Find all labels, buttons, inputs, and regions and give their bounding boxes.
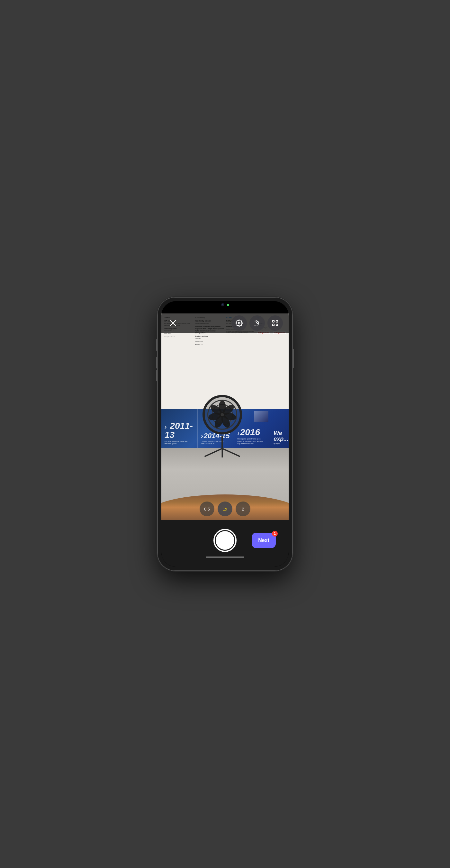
svg-rect-20 xyxy=(272,320,275,322)
year-label-partial: We exp... xyxy=(274,430,285,442)
translate-button[interactable]: A xyxy=(250,315,265,331)
year-section-partial: We exp... by openi... xyxy=(270,409,289,448)
close-icon xyxy=(169,319,176,327)
capture-row: Next 1 xyxy=(161,527,289,554)
settings-button[interactable] xyxy=(231,315,247,331)
home-indicator xyxy=(206,557,244,558)
translate-icon: A xyxy=(254,319,261,327)
year-desc-partial: by openi... xyxy=(274,443,285,445)
scan-button[interactable] xyxy=(267,315,283,331)
shutter-inner xyxy=(216,531,234,550)
front-camera-icon xyxy=(221,303,224,306)
svg-point-18 xyxy=(238,322,240,324)
fan-svg xyxy=(195,394,250,458)
svg-point-24 xyxy=(277,325,278,326)
year-label-2011: › 2011-13 xyxy=(165,422,194,439)
year-desc-2011: Our first Townsville office and the team… xyxy=(165,440,190,445)
shutter-button[interactable] xyxy=(214,529,236,552)
close-button[interactable] xyxy=(167,317,179,329)
svg-line-1 xyxy=(205,448,222,457)
zoom-controls: 0.5 1x 2 xyxy=(200,501,250,516)
camera-app: iAuditor iSA launch The iAuditor app is … xyxy=(161,313,289,567)
year-photo-2016 xyxy=(254,411,268,422)
svg-line-2 xyxy=(222,448,240,457)
phone-frame: iAuditor iSA launch The iAuditor app is … xyxy=(158,298,292,570)
notch-area xyxy=(161,301,289,313)
svg-point-15 xyxy=(221,413,224,416)
notch xyxy=(204,301,246,308)
status-indicator xyxy=(227,304,229,306)
svg-text:A: A xyxy=(258,323,259,326)
top-controls: A xyxy=(161,313,289,333)
next-button[interactable]: Next 1 xyxy=(252,533,276,548)
svg-rect-21 xyxy=(276,320,278,322)
top-right-controls: A xyxy=(231,315,283,331)
year-section-2011: › 2011-13 Our first Townsville office an… xyxy=(161,409,197,448)
phone-screen: iAuditor iSA launch The iAuditor app is … xyxy=(161,301,289,567)
scan-icon xyxy=(271,319,279,327)
camera-scene: iAuditor iSA launch The iAuditor app is … xyxy=(161,313,289,520)
zoom-05-button[interactable]: 0.5 xyxy=(200,501,215,516)
next-badge: 1 xyxy=(272,531,278,536)
gear-icon xyxy=(235,319,243,327)
next-button-label: Next xyxy=(258,537,269,543)
zoom-1x-button[interactable]: 1x xyxy=(218,501,232,516)
zoom-2x-button[interactable]: 2 xyxy=(235,501,250,516)
camera-viewfinder: iAuditor iSA launch The iAuditor app is … xyxy=(161,313,289,520)
fan-object xyxy=(195,394,250,458)
svg-rect-22 xyxy=(272,324,275,326)
bottom-bar: Next 1 xyxy=(161,520,289,567)
